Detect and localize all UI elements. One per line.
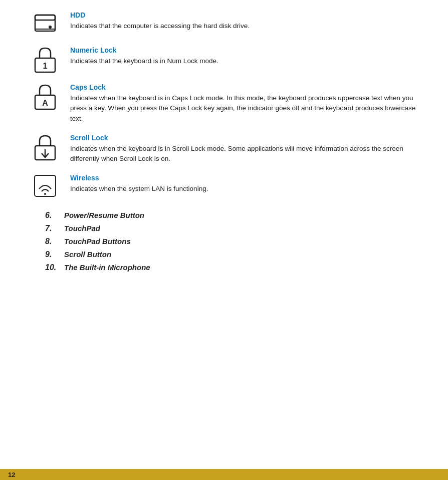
wireless-text: Indicates when the system LAN is functio… (70, 184, 418, 194)
numeric-lock-title: Numeric Lock (70, 46, 418, 54)
page-footer: 12 (0, 469, 448, 480)
wireless-title: Wireless (70, 174, 418, 182)
hdd-title: HDD (70, 11, 418, 19)
caps-lock-description: Caps Lock Indicates when the keyboard is… (70, 82, 418, 124)
scroll-lock-description: Scroll Lock Indicates when the keyboard … (70, 133, 418, 164)
scroll-lock-icon (33, 133, 58, 161)
item-6-label: Power/Resume Button (64, 211, 144, 219)
item-7-number: 7. (45, 224, 64, 233)
wireless-description: Wireless Indicates when the system LAN i… (70, 173, 418, 194)
indicator-caps-lock: A Caps Lock Indicates when the keyboard … (30, 82, 418, 124)
indicator-hdd: HDD Indicates that the computer is acces… (30, 10, 418, 36)
item-10-label: The Built-in Microphone (64, 263, 150, 272)
caps-lock-icon-box: A (30, 82, 60, 110)
svg-rect-1 (35, 15, 55, 20)
list-item-7: 7. TouchPad (45, 224, 418, 233)
numeric-lock-description: Numeric Lock Indicates that the keyboard… (70, 45, 418, 66)
indicator-numeric-lock: 1 Numeric Lock Indicates that the keyboa… (30, 45, 418, 73)
svg-text:1: 1 (43, 62, 48, 70)
hdd-description: HDD Indicates that the computer is acces… (70, 10, 418, 31)
caps-lock-title: Caps Lock (70, 83, 418, 91)
caps-lock-text: Indicates when the keyboard is in Caps L… (70, 93, 418, 124)
numbered-list: 6. Power/Resume Button 7. TouchPad 8. To… (45, 211, 418, 272)
item-9-number: 9. (45, 250, 64, 259)
wireless-icon-box (30, 173, 60, 199)
item-10-number: 10. (45, 263, 64, 272)
list-item-9: 9. Scroll Button (45, 250, 418, 259)
svg-point-3 (49, 26, 52, 29)
item-8-label: TouchPad Buttons (64, 237, 131, 246)
indicator-wireless: Wireless Indicates when the system LAN i… (30, 173, 418, 199)
page-number: 12 (8, 471, 15, 478)
numeric-lock-text: Indicates that the keyboard is in Num Lo… (70, 56, 418, 66)
svg-point-11 (44, 193, 46, 195)
caps-lock-icon: A (33, 82, 58, 110)
hdd-text: Indicates that the computer is accessing… (70, 21, 418, 31)
numeric-lock-icon-box: 1 (30, 45, 60, 73)
page-content: HDD Indicates that the computer is acces… (0, 0, 448, 306)
numeric-lock-icon: 1 (33, 45, 58, 73)
list-item-6: 6. Power/Resume Button (45, 211, 418, 220)
scroll-lock-text: Indicates when the keyboard is in Scroll… (70, 144, 418, 164)
list-item-8: 8. TouchPad Buttons (45, 237, 418, 246)
scroll-lock-title: Scroll Lock (70, 134, 418, 142)
item-8-number: 8. (45, 237, 64, 246)
indicator-list: HDD Indicates that the computer is acces… (30, 10, 418, 199)
hdd-icon (32, 10, 58, 36)
item-9-label: Scroll Button (64, 250, 111, 259)
item-7-label: TouchPad (64, 224, 100, 232)
wireless-icon (32, 173, 58, 199)
svg-text:A: A (42, 99, 48, 107)
list-item-10: 10. The Built-in Microphone (45, 263, 418, 272)
indicator-scroll-lock: Scroll Lock Indicates when the keyboard … (30, 133, 418, 164)
item-6-number: 6. (45, 211, 64, 220)
scroll-lock-icon-box (30, 133, 60, 161)
hdd-icon-box (30, 10, 60, 36)
